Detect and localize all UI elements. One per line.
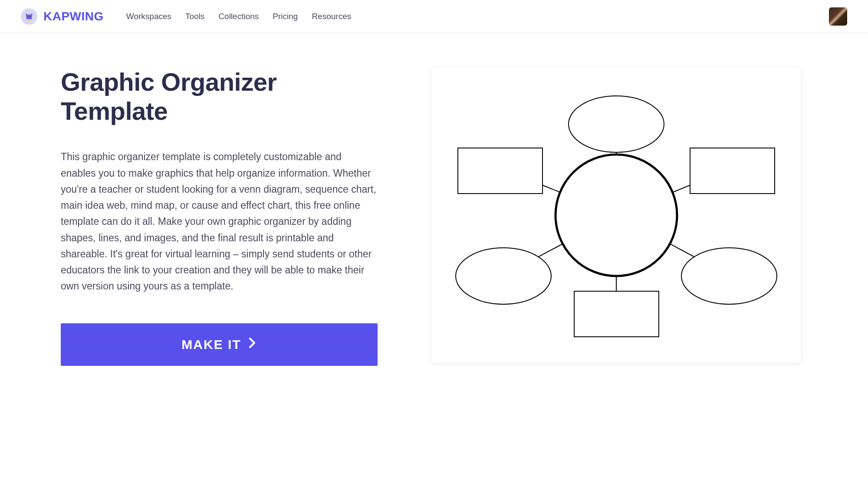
nav-pricing[interactable]: Pricing <box>273 12 298 21</box>
svg-rect-16 <box>574 291 659 337</box>
nav-workspaces[interactable]: Workspaces <box>126 12 171 21</box>
svg-point-13 <box>556 155 677 276</box>
nav-resources[interactable]: Resources <box>312 12 351 21</box>
main-content: Graphic Organizer Template This graphic … <box>0 33 868 392</box>
cat-icon <box>24 12 34 21</box>
graphic-organizer-diagram <box>432 68 801 363</box>
make-it-label: MAKE IT <box>181 337 241 352</box>
content-left: Graphic Organizer Template This graphic … <box>61 68 378 366</box>
chevron-right-icon <box>248 337 257 352</box>
svg-rect-11 <box>458 148 542 194</box>
svg-point-10 <box>569 96 664 152</box>
content-right <box>425 68 807 366</box>
nav-collections[interactable]: Collections <box>218 12 259 21</box>
page-title: Graphic Organizer Template <box>61 68 378 125</box>
svg-point-1 <box>27 16 28 16</box>
template-preview[interactable] <box>432 68 801 363</box>
nav-tools[interactable]: Tools <box>185 12 204 21</box>
brand-logo-icon <box>21 8 37 25</box>
svg-rect-0 <box>26 14 32 19</box>
svg-point-14 <box>456 248 551 304</box>
svg-point-15 <box>681 248 777 304</box>
main-nav: Workspaces Tools Collections Pricing Res… <box>126 12 351 21</box>
avatar[interactable] <box>829 7 847 26</box>
svg-rect-12 <box>690 148 775 194</box>
brand-name: KAPWING <box>43 10 104 23</box>
header: KAPWING Workspaces Tools Collections Pri… <box>0 0 868 33</box>
make-it-button[interactable]: MAKE IT <box>61 323 378 366</box>
svg-point-2 <box>30 16 31 16</box>
svg-rect-3 <box>27 19 30 21</box>
logo-section[interactable]: KAPWING <box>21 8 104 25</box>
page-description: This graphic organizer template is compl… <box>61 149 378 294</box>
